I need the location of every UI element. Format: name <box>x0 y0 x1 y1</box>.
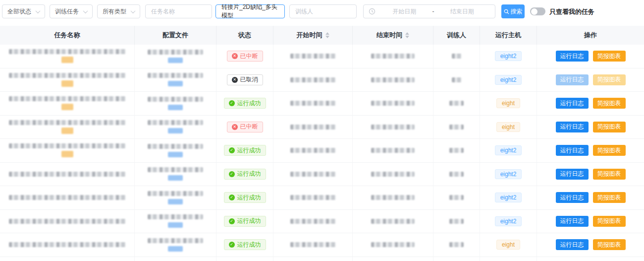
redacted-config-link[interactable] <box>168 152 183 157</box>
redacted-config-link[interactable] <box>168 81 183 86</box>
trainer-cell <box>433 257 480 261</box>
report-chart-button[interactable]: 简报图表 <box>593 51 626 62</box>
status-cell: ✓ 运行成功 <box>216 186 273 209</box>
report-chart-button[interactable]: 简报图表 <box>593 239 626 250</box>
table-row[interactable]: ✓ 运行成功 eight2 运行日志 简报图表 <box>0 186 644 210</box>
run-log-button[interactable]: 运行日志 <box>556 98 589 109</box>
status-label: 运行成功 <box>237 241 261 249</box>
run-log-button[interactable]: 运行日志 <box>556 239 589 250</box>
redacted-task-name <box>9 96 126 101</box>
task-name-input[interactable]: 任务名称 <box>145 4 212 18</box>
host-cell: eight <box>480 116 537 139</box>
run-log-button[interactable]: 运行日志 <box>556 51 589 62</box>
status-cell: ✕ 已取消 <box>216 68 273 92</box>
column-header-label: 开始时间 <box>297 31 322 40</box>
report-chart-button[interactable]: 简报图表 <box>593 145 626 156</box>
redacted-config-link[interactable] <box>168 175 183 181</box>
category-select[interactable]: 所有类型 <box>97 4 140 18</box>
status-cell: ✓ 运行成功 <box>216 139 273 162</box>
task-type-select[interactable]: 训练任务 <box>50 4 93 18</box>
actions-cell <box>537 257 644 261</box>
report-chart-button[interactable]: 简报图表 <box>593 122 626 132</box>
table-row[interactable]: ✓ 运行成功 eight2 运行日志 简报图表 <box>0 210 644 234</box>
table-row[interactable]: ✕ 已取消 eight2 运行日志 简报图表 <box>0 68 644 92</box>
run-log-button[interactable]: 运行日志 <box>556 122 589 132</box>
redacted-config-file <box>148 50 203 55</box>
redacted-task-tag <box>61 57 73 63</box>
end-time-cell <box>353 92 433 115</box>
host-badge: eight2 <box>495 193 522 202</box>
redacted-config-link[interactable] <box>168 58 183 63</box>
chevron-down-icon <box>83 8 88 13</box>
redacted-end-time <box>371 219 415 224</box>
redacted-start-time <box>290 219 336 224</box>
table-row[interactable]: ✓ 运行成功 eight 运行日志 简报图表 <box>0 233 644 257</box>
run-log-button[interactable]: 运行日志 <box>556 169 589 180</box>
status-label: 运行成功 <box>237 194 261 202</box>
status-label: 运行成功 <box>237 146 261 155</box>
status-badge: ✓ 运行成功 <box>224 192 266 203</box>
redacted-task-name <box>9 219 126 224</box>
redacted-task-name <box>9 49 126 54</box>
search-icon <box>504 9 509 14</box>
report-chart-button[interactable]: 简报图表 <box>593 169 626 180</box>
keyword-input[interactable]: 转接片_2D缺陷_多头模型 <box>215 4 285 18</box>
trainer-input[interactable]: 训练人 <box>289 4 357 18</box>
redacted-config-file <box>148 214 203 219</box>
column-header-label: 结束时间 <box>376 31 402 40</box>
run-log-button[interactable]: 运行日志 <box>556 216 589 227</box>
trainer-cell <box>433 139 480 162</box>
redacted-end-time <box>371 242 415 247</box>
end-time-cell <box>353 210 433 233</box>
column-header[interactable]: 结束时间 <box>353 26 433 45</box>
sort-caret-icon[interactable] <box>405 32 409 38</box>
end-time-cell <box>353 45 433 68</box>
redacted-task-tag <box>61 80 73 87</box>
actions-cell: 运行日志 简报图表 <box>537 116 644 139</box>
run-log-button[interactable]: 运行日志 <box>556 74 589 85</box>
status-label: 已取消 <box>240 75 258 84</box>
table-row[interactable]: ✕ 已中断 eight2 运行日志 简报图表 <box>0 45 644 68</box>
redacted-config-link[interactable] <box>168 199 183 204</box>
sort-caret-icon[interactable] <box>325 32 329 38</box>
start-time-cell <box>273 210 353 233</box>
end-date-placeholder[interactable]: 结束日期 <box>434 7 490 16</box>
date-range-picker[interactable]: 开始日期 - 结束日期 <box>363 4 495 18</box>
trainer-cell <box>433 68 480 92</box>
search-button-label: 搜索 <box>511 7 523 16</box>
my-tasks-toggle[interactable] <box>530 7 545 15</box>
task-type-select-value: 训练任务 <box>55 7 79 16</box>
redacted-start-time <box>290 148 336 153</box>
table-row[interactable]: ✓ 运行成功 eight2 运行日志 简报图表 <box>0 139 644 163</box>
redacted-config-link[interactable] <box>168 128 183 133</box>
table-row[interactable]: ✓ 运行成功 eight 运行日志 简报图表 <box>0 92 644 116</box>
redacted-config-link[interactable] <box>168 246 183 252</box>
status-select-value: 全部状态 <box>7 7 31 16</box>
status-select[interactable]: 全部状态 <box>2 4 45 18</box>
column-header-label: 训练人 <box>447 31 466 40</box>
redacted-config-file <box>148 144 203 149</box>
run-log-button[interactable]: 运行日志 <box>556 192 589 203</box>
run-log-button[interactable]: 运行日志 <box>556 145 589 156</box>
column-header[interactable]: 开始时间 <box>273 26 353 45</box>
redacted-end-time <box>371 172 415 177</box>
column-header: 状态 <box>216 26 273 45</box>
host-badge: eight <box>496 240 520 250</box>
report-chart-button[interactable]: 简报图表 <box>593 192 626 203</box>
host-badge: eight2 <box>495 51 522 61</box>
report-chart-button[interactable]: 简报图表 <box>593 98 626 109</box>
redacted-config-link[interactable] <box>168 222 183 228</box>
report-chart-button[interactable]: 简报图表 <box>593 216 626 227</box>
redacted-trainer <box>449 125 464 130</box>
redacted-config-link[interactable] <box>168 105 183 110</box>
config-file-cell <box>135 68 216 92</box>
start-date-placeholder[interactable]: 开始日期 <box>376 7 432 16</box>
report-chart-button[interactable]: 简报图表 <box>593 74 626 85</box>
table-row[interactable]: ✓ 运行成功 eight2 运行日志 简报图表 <box>0 163 644 187</box>
actions-cell: 运行日志 简报图表 <box>537 210 644 233</box>
table-row[interactable] <box>0 257 644 261</box>
search-button[interactable]: 搜索 <box>501 4 525 18</box>
table-row[interactable]: ✕ 已中断 eight 运行日志 简报图表 <box>0 116 644 139</box>
redacted-end-time <box>371 125 415 130</box>
redacted-trainer <box>449 101 464 106</box>
